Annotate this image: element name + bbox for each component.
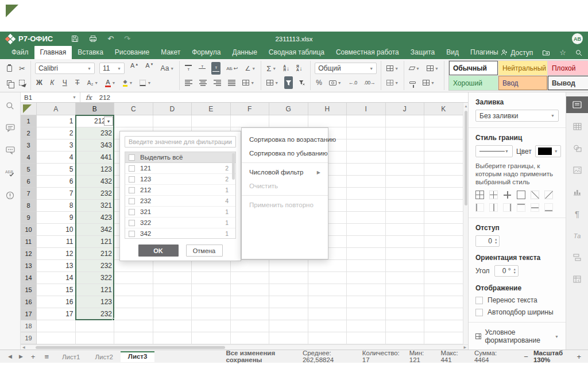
cell-D1[interactable] [153,115,192,127]
scroll-right-arrow-icon[interactable]: ▶ [463,345,466,350]
currency-style-button[interactable]: ▼ [328,76,343,89]
cell-J16[interactable] [386,296,425,308]
cell-D13[interactable] [153,260,192,272]
cell-F17[interactable] [231,308,270,320]
cell-I8[interactable] [347,200,386,212]
spellcheck-icon[interactable]: АБВ [5,168,16,178]
scroll-up-arrow-icon[interactable]: ▲ [463,104,469,108]
cell-H17[interactable] [308,308,347,320]
checkbox[interactable] [129,220,135,226]
cell-name-box[interactable]: B1 ▼ [21,92,80,102]
cell-I1[interactable] [347,115,386,127]
checkbox[interactable] [129,231,135,237]
cell-J5[interactable] [386,164,425,176]
column-header[interactable]: D [153,103,192,115]
filter-value-row[interactable]: 1232 [125,174,235,185]
cell-I9[interactable] [347,212,386,224]
clear-filter-button[interactable] [297,76,306,89]
cell-B6[interactable]: 432 [76,176,115,188]
row-header[interactable]: 17 [21,308,37,320]
cell-C17[interactable] [114,308,153,320]
autosum-button[interactable]: Σ▼ [265,62,277,75]
scroll-left-arrow-icon[interactable]: ◀ [22,345,25,350]
cell-J2[interactable] [386,127,425,139]
cell-E16[interactable] [192,296,231,308]
cell-F1[interactable] [231,115,270,127]
align-justify-button[interactable] [227,76,237,89]
cell-B18[interactable] [76,320,115,332]
row-header[interactable]: 1 [21,115,37,127]
column-filter-dropdown-button[interactable]: ▼ [104,117,113,126]
cell-C16[interactable] [114,296,153,308]
cell-J7[interactable] [386,188,425,200]
cell-style-preset[interactable]: Хороший [449,76,498,90]
filter-value-row[interactable]: 1212 [125,163,235,174]
cell-K12[interactable] [424,248,463,260]
cell-J13[interactable] [386,260,425,272]
cell-J10[interactable] [386,224,425,236]
cell-C1[interactable] [114,115,153,127]
filter-value-row[interactable]: 3421 [125,228,235,239]
menu-tab[interactable]: Главная [34,46,72,59]
filter-search-input[interactable] [125,136,236,148]
cell-I4[interactable] [347,152,386,164]
cell-E1[interactable] [192,115,231,127]
cell-K17[interactable] [424,308,463,320]
row-header[interactable]: 10 [21,224,37,236]
checkbox[interactable] [129,209,135,215]
cell-K19[interactable] [424,332,463,344]
inner-vertical-border-button[interactable] [489,203,498,212]
cell-style-preset[interactable]: Вывод [548,76,588,90]
percent-style-button[interactable]: % [315,76,323,89]
spinner-arrows-icon[interactable]: ▲▼ [513,268,516,274]
borders-button[interactable]: ▼ [138,76,152,89]
cell-G19[interactable] [269,332,308,344]
cell-I10[interactable] [347,224,386,236]
sort-descending-button[interactable]: ЯА↓ [295,62,304,75]
change-case-button[interactable]: Аа▼ [160,62,176,75]
menu-tab[interactable]: Данные [227,46,263,59]
cell-E14[interactable] [192,272,231,284]
sheet-tab[interactable]: Лист1 [55,351,87,363]
cell-style-preset[interactable]: Нейтральный [498,61,547,75]
cell-B5[interactable]: 123 [76,164,115,176]
border-color-picker[interactable]: ▼ [535,145,561,157]
menu-tab[interactable]: Вид [440,46,465,59]
top-border-button[interactable] [517,203,525,212]
cell-K1[interactable] [424,115,463,127]
cell-A10[interactable]: 10 [37,224,76,236]
cell-B1[interactable]: 212▼ [76,115,115,127]
cell-F13[interactable] [231,260,270,272]
align-right-button[interactable] [212,76,222,89]
cell-A7[interactable]: 7 [37,188,76,200]
cell-B3[interactable]: 343 [76,139,115,152]
decrease-font-button[interactable]: А▼ [144,62,154,75]
format-painter-button[interactable] [408,76,417,89]
column-header[interactable]: E [192,103,231,115]
menu-tab[interactable]: Сводная таблица [263,46,330,59]
horizontal-scrollbar[interactable]: ◀ ▶ [21,344,468,350]
cell-J4[interactable] [386,152,425,164]
chart-settings-tab[interactable] [566,184,588,200]
cell-K9[interactable] [424,212,463,224]
cell-G17[interactable] [269,308,308,320]
cell-F18[interactable] [231,320,270,332]
cell-K11[interactable] [424,236,463,248]
checkbox[interactable] [129,176,135,183]
cell-B10[interactable]: 342 [76,224,115,236]
cell-I3[interactable] [347,139,386,152]
font-name-select[interactable]: Calibri▼ [35,63,95,74]
menu-tab[interactable]: Рисование [109,46,155,59]
cell-A8[interactable]: 8 [37,200,76,212]
italic-button[interactable]: К [48,76,56,89]
cell-A2[interactable]: 2 [37,127,76,139]
cell-K8[interactable] [424,200,463,212]
cell-B13[interactable]: 232 [76,260,115,272]
cell-H16[interactable] [308,296,347,308]
cell-A4[interactable]: 4 [37,152,76,164]
font-color-button[interactable]: А▼ [104,76,117,89]
row-header[interactable]: 7 [21,188,37,200]
copy-button[interactable] [5,76,13,89]
column-header[interactable]: C [114,103,153,115]
horizontal-scroll-thumb[interactable] [36,346,225,349]
